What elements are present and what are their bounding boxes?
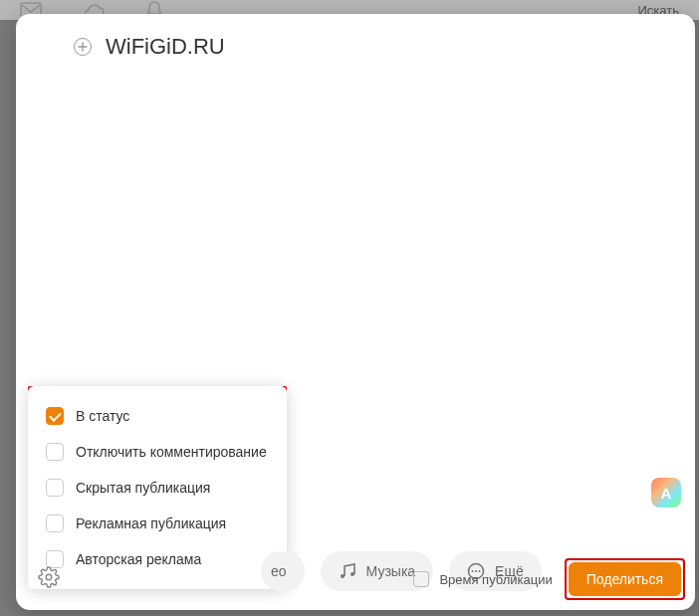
option-v-status[interactable]: В статус — [28, 398, 287, 434]
publish-time-label: Время публикации — [439, 572, 552, 587]
option-label: Отключить комментирование — [76, 444, 267, 460]
checkbox-v-status[interactable] — [46, 407, 64, 425]
post-title: WiFiGiD.RU — [106, 34, 225, 60]
compose-modal: WiFiGiD.RU В статус Отключить комментиро… — [16, 14, 695, 610]
checkbox-publish-time[interactable] — [413, 571, 429, 587]
option-label: Скрытая публикация — [76, 480, 210, 496]
publish-time-toggle[interactable]: Время публикации — [413, 571, 552, 587]
share-button-wrap: Поделиться — [569, 562, 681, 596]
option-disable-comments[interactable]: Отключить комментирование — [28, 434, 287, 470]
svg-point-5 — [46, 574, 52, 580]
option-label: Рекламная публикация — [76, 515, 226, 531]
option-ad-post[interactable]: Рекламная публикация — [28, 506, 287, 541]
ai-badge-icon[interactable]: A — [651, 478, 681, 508]
share-button[interactable]: Поделиться — [569, 562, 681, 596]
checkbox-ad-post[interactable] — [46, 514, 64, 532]
bottom-bar: Время публикации Поделиться — [16, 556, 695, 610]
checkbox-hidden-post[interactable] — [46, 479, 64, 497]
title-row: WiFiGiD.RU — [16, 14, 695, 60]
modal-body: В статус Отключить комментирование Скрыт… — [16, 60, 695, 610]
option-label: В статус — [76, 408, 129, 424]
option-hidden-post[interactable]: Скрытая публикация — [28, 470, 287, 506]
checkbox-disable-comments[interactable] — [46, 443, 64, 461]
add-icon[interactable] — [74, 38, 92, 56]
gear-icon[interactable] — [38, 566, 60, 592]
